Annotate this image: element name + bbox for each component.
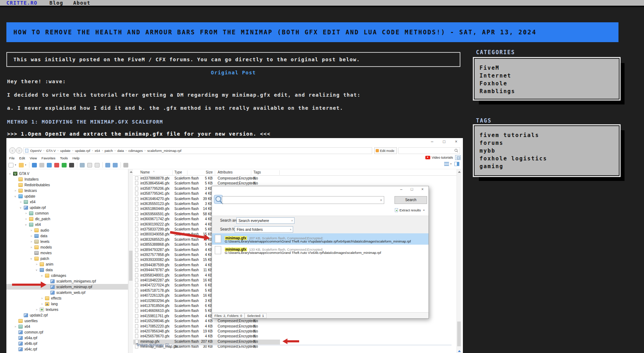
tree-item-movies[interactable]: movies (6, 250, 128, 256)
chevron-collapsed-icon[interactable]: > (30, 234, 34, 238)
clear-search-icon[interactable]: × (380, 198, 382, 202)
search-for-select[interactable]: Files and folders ˄︎ (235, 226, 293, 233)
menu-item-view[interactable]: View (30, 156, 37, 160)
original-post-link[interactable]: Original Post (6, 70, 460, 75)
tree-item-x64b.rpf[interactable]: x64b.rpf (6, 341, 128, 346)
file-row-int4207856348.gfx[interactable]: int4207856348.gfxScaleform flash19 KBCom… (133, 329, 280, 334)
chevron-collapsed-icon[interactable]: > (30, 246, 34, 249)
play-icon[interactable] (62, 163, 67, 167)
tree-item-textures[interactable]: >textures (6, 307, 128, 312)
category-link-fivem[interactable]: FiveM (480, 64, 614, 72)
site-brand-link[interactable]: CRITTE.RO (6, 0, 38, 6)
column-header-tags[interactable]: Tags (253, 170, 261, 174)
column-header-type[interactable]: Type (174, 170, 182, 174)
window-search-input[interactable] (399, 148, 452, 153)
tree-item-update[interactable]: vupdate (6, 193, 128, 199)
tree-item-levels[interactable]: >levels (6, 239, 128, 244)
maximize-icon[interactable]: □ (439, 139, 449, 144)
list-view-icon[interactable] (444, 162, 449, 166)
menu-item-favorites[interactable]: Favorites (41, 156, 55, 160)
chevron-expanded-icon[interactable]: v (36, 268, 40, 272)
chevron-expanded-icon[interactable]: v (15, 195, 18, 198)
column-header-size[interactable]: Size (189, 170, 213, 174)
forward-icon[interactable]: › (16, 147, 22, 154)
chevron-expanded-icon[interactable]: v (30, 257, 34, 260)
file-row-int4256578670.gfx[interactable]: int4256578670.gfxScaleform flash4 KBComp… (133, 334, 280, 339)
category-link-ramblings[interactable]: Ramblings (480, 87, 614, 95)
rename-doc-icon[interactable] (95, 163, 100, 167)
package-icon[interactable] (39, 163, 44, 167)
chevron-expanded-icon[interactable]: v (20, 206, 24, 209)
new-file-icon[interactable] (9, 163, 13, 167)
file-row-int3378868878.gfx[interactable]: int3378868878.gfxScaleform flash5 KBComp… (133, 176, 280, 181)
chevron-collapsed-icon[interactable]: > (15, 189, 18, 192)
tree-item-GTA V[interactable]: vVGTA V (6, 171, 128, 176)
chevron-expanded-icon[interactable]: v (41, 274, 45, 277)
breadcrumb-item-scaleform_minimap.rpf[interactable]: scaleform_minimap.rpf (147, 149, 181, 153)
breadcrumb-item-OpenIV[interactable]: OpenIV (30, 149, 41, 153)
tree-item-dlc_patch[interactable]: >dlc_patch (6, 216, 128, 222)
menu-item-help[interactable]: Help (72, 156, 79, 160)
tag-link-fivem-tutorials[interactable]: fivem tutorials (480, 131, 614, 139)
breadcrumb-item-data[interactable]: data (117, 149, 124, 153)
list-scrollbar-thumb[interactable] (457, 321, 461, 346)
tag-link-mybb[interactable]: mybb (480, 147, 614, 155)
breadcrumb-item-cdimages[interactable]: cdimages (128, 149, 143, 153)
tree-item-lang[interactable]: >Alang (6, 301, 128, 307)
import-icon[interactable] (105, 163, 110, 167)
tree-item-update.rpf[interactable]: vupdate.rpf (6, 205, 128, 210)
tree-item-x64c.rpf[interactable]: x64c.rpf (6, 346, 128, 352)
columns-view-icon[interactable] (454, 162, 459, 166)
export-icon[interactable] (113, 163, 118, 167)
settings-icon[interactable] (123, 163, 128, 167)
column-header-name[interactable]: Name (140, 170, 150, 174)
breadcrumb-item-GTA V[interactable]: GTA V (46, 149, 56, 153)
dialog-maximize-icon[interactable]: □ (407, 187, 416, 191)
chevron-collapsed-icon[interactable]: > (30, 240, 34, 243)
menu-item-edit[interactable]: Edit (19, 156, 25, 160)
tree-item-scaleform_minigames.rpf[interactable]: scaleform_minigames.rpf (6, 278, 128, 284)
tree-item-data[interactable]: >data (6, 233, 128, 239)
file-row-int4170852220.gfx[interactable]: int4170852220.gfxScaleform flash4 KBComp… (133, 324, 280, 329)
chevron-collapsed-icon[interactable]: > (36, 308, 40, 311)
chevron-collapsed-icon[interactable]: > (25, 217, 29, 221)
tag-link-gaming[interactable]: gaming (480, 163, 614, 170)
search-result-1[interactable]: minimap.gfx207 KB, Scaleform flash, Comp… (212, 233, 429, 245)
close-icon[interactable]: × (451, 139, 461, 144)
dialog-search-input[interactable] (222, 197, 380, 203)
search-button[interactable]: Search (394, 196, 427, 204)
tag-link-foxhole-logistics[interactable]: foxhole logistics (480, 155, 614, 163)
category-link-foxhole[interactable]: Foxhole (480, 80, 614, 87)
dialog-close-icon[interactable]: × (418, 187, 427, 191)
world-icon[interactable] (32, 163, 37, 167)
chevron-expanded-icon[interactable]: v (25, 223, 29, 226)
chevron-collapsed-icon[interactable]: > (15, 325, 18, 328)
scroll-up-icon[interactable] (130, 171, 133, 173)
panel-toggle-icon[interactable] (455, 155, 461, 160)
dropdown-caret-icon[interactable]: ▾ (15, 164, 16, 166)
tree-item-scaleform_minimap.rpf[interactable]: scaleform_minimap.rpf (6, 284, 128, 290)
text-doc-icon[interactable] (87, 163, 92, 167)
chevron-collapsed-icon[interactable]: > (36, 263, 40, 266)
tree-item-audio[interactable]: >audio (6, 227, 128, 233)
chevron-collapsed-icon[interactable]: > (20, 200, 24, 204)
nav-item-blog[interactable]: Blog (50, 0, 63, 6)
tree-scrollbar[interactable] (128, 169, 133, 353)
tree-item-userfiles[interactable]: userfiles (6, 318, 128, 324)
back-icon[interactable]: ‹ (9, 147, 16, 154)
dialog-minimize-icon[interactable]: – (397, 187, 406, 191)
dropdown-caret-icon[interactable]: ▾ (25, 164, 27, 166)
tree-item-cdimages[interactable]: vcdimages (6, 273, 128, 278)
menu-item-file[interactable]: File (9, 156, 15, 160)
tree-item-common[interactable]: >common (6, 210, 128, 216)
tree-item-testcars[interactable]: >testcars (6, 188, 128, 193)
minimize-icon[interactable]: – (427, 139, 437, 144)
task-check-icon[interactable] (47, 163, 52, 167)
breadcrumb-item-x64[interactable]: x64 (95, 149, 100, 153)
column-header-attributes[interactable]: Attributes (218, 170, 233, 174)
tree-item-x64[interactable]: >x64 (6, 199, 128, 205)
list-scrollbar[interactable] (457, 169, 461, 353)
tree-item-anim[interactable]: >anim (6, 261, 128, 267)
video-tutorials-button[interactable]: Video tutorials (425, 155, 453, 159)
tag-link-forums[interactable]: forums (480, 139, 614, 147)
